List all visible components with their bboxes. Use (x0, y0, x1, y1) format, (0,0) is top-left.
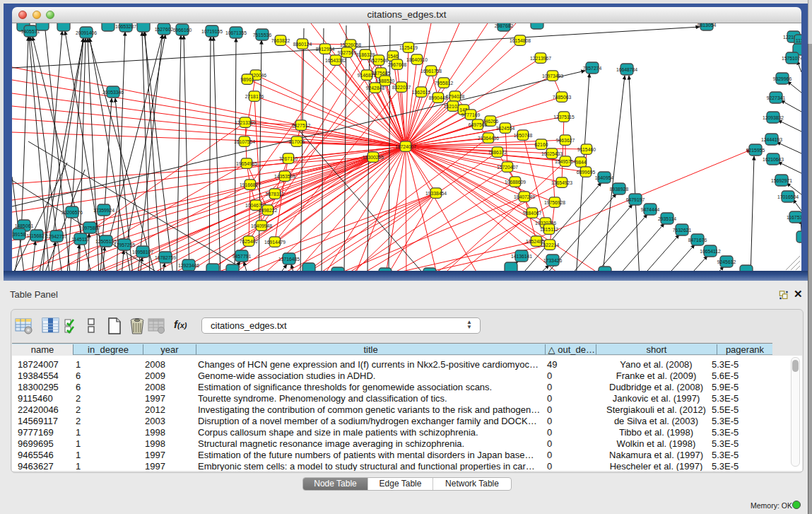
svg-text:18724007: 18724007 (395, 144, 416, 149)
svg-text:8990448: 8990448 (429, 95, 448, 100)
svg-text:7663822: 7663822 (271, 38, 290, 43)
svg-text:7485063: 7485063 (553, 95, 572, 100)
svg-text:19654985: 19654985 (236, 161, 257, 166)
svg-text:9527508: 9527508 (370, 58, 389, 63)
svg-text:98961: 98961 (241, 77, 254, 82)
svg-text:8471676: 8471676 (688, 238, 707, 243)
svg-text:9463627: 9463627 (556, 138, 575, 143)
svg-text:9844: 9844 (575, 160, 586, 165)
svg-text:16210643: 16210643 (763, 157, 784, 162)
svg-text:2935114: 2935114 (658, 216, 676, 221)
svg-text:8215955: 8215955 (746, 148, 765, 153)
svg-text:1522214: 1522214 (541, 243, 560, 247)
svg-text:39158: 39158 (13, 232, 26, 237)
svg-text:6479197: 6479197 (626, 197, 645, 202)
svg-text:7886372: 7886372 (488, 150, 507, 155)
svg-text:9427512: 9427512 (292, 123, 311, 128)
svg-text:16409948: 16409948 (251, 223, 272, 228)
svg-text:9227341: 9227341 (767, 95, 786, 100)
svg-text:2987682: 2987682 (495, 23, 514, 28)
svg-text:12444193: 12444193 (761, 137, 782, 142)
svg-text:13716485: 13716485 (278, 257, 300, 262)
svg-text:6794028: 6794028 (446, 94, 465, 99)
svg-text:11156827: 11156827 (26, 233, 47, 238)
svg-text:5878312: 5878312 (266, 192, 285, 197)
svg-text:12942757: 12942757 (46, 234, 67, 239)
svg-text:6966160: 6966160 (173, 28, 192, 33)
svg-text:18300295: 18300295 (363, 155, 384, 160)
svg-text:10958107: 10958107 (132, 250, 153, 255)
svg-text:20091406: 20091406 (76, 30, 97, 35)
svg-text:10654112: 10654112 (700, 249, 721, 254)
svg-text:10975887: 10975887 (79, 226, 100, 230)
svg-text:7625402: 7625402 (240, 239, 259, 244)
svg-text:2718176: 2718176 (245, 94, 264, 99)
svg-text:20053346: 20053346 (102, 90, 124, 95)
svg-text:16543382: 16543382 (325, 58, 346, 63)
svg-text:17359924: 17359924 (93, 208, 114, 213)
svg-text:3267110: 3267110 (279, 156, 298, 161)
svg-text:8938928: 8938928 (610, 187, 629, 192)
svg-text:8322037: 8322037 (392, 85, 411, 90)
svg-text:1362615: 1362615 (412, 90, 431, 95)
svg-text:12213369: 12213369 (235, 120, 256, 125)
svg-text:1815112: 1815112 (540, 227, 558, 232)
svg-text:15495754: 15495754 (555, 159, 576, 164)
svg-text:16914479: 16914479 (264, 240, 286, 245)
svg-text:12375115: 12375115 (553, 115, 575, 119)
svg-text:14353509: 14353509 (274, 174, 295, 179)
svg-text:10025433: 10025433 (541, 151, 563, 156)
svg-text:817006: 817006 (289, 139, 305, 144)
svg-text:10973493: 10973493 (542, 74, 563, 78)
svg-text:20206576: 20206576 (61, 210, 83, 215)
svg-text:7515536: 7515536 (253, 33, 272, 37)
svg-text:9329966: 9329966 (773, 76, 792, 81)
svg-text:1112: 1112 (796, 38, 801, 43)
svg-text:19338454: 19338454 (425, 191, 447, 196)
svg-text:19166827: 19166827 (240, 182, 261, 187)
svg-text:18640910: 18640910 (406, 57, 428, 62)
svg-text:16782759: 16782759 (155, 255, 176, 260)
svg-text:10653287: 10653287 (115, 24, 136, 29)
svg-text:9242848: 9242848 (366, 86, 385, 90)
svg-text:1145117: 1145117 (71, 237, 90, 242)
svg-text:12093832: 12093832 (763, 115, 784, 120)
svg-text:10688609: 10688609 (505, 180, 526, 185)
svg-text:9457791: 9457791 (233, 254, 252, 259)
svg-text:9115460: 9115460 (577, 147, 596, 152)
svg-text:9245612: 9245612 (717, 259, 736, 264)
svg-text:1640954: 1640954 (595, 175, 614, 180)
svg-text:8813054: 8813054 (698, 23, 717, 28)
svg-text:1733426: 1733426 (543, 258, 563, 263)
svg-text:7857274: 7857274 (583, 66, 602, 71)
svg-text:15226058: 15226058 (340, 42, 361, 47)
svg-text:1546: 1546 (387, 54, 398, 59)
svg-text:1485061: 1485061 (15, 223, 34, 228)
svg-text:12923446: 12923446 (178, 263, 199, 268)
svg-text:16107554: 16107554 (234, 139, 255, 144)
svg-text:62160: 62160 (535, 142, 548, 147)
svg-text:8860124: 8860124 (293, 42, 312, 47)
svg-text:8186328: 8186328 (356, 52, 375, 57)
svg-text:16961758: 16961758 (420, 69, 442, 74)
svg-text:16154808: 16154808 (510, 38, 531, 43)
svg-text:15720407: 15720407 (497, 165, 518, 170)
svg-text:1498222: 1498222 (259, 208, 278, 213)
svg-text:15692971: 15692971 (771, 178, 792, 183)
svg-text:3624554: 3624554 (496, 126, 515, 131)
svg-text:9327509: 9327509 (338, 50, 357, 55)
svg-text:8912954: 8912954 (316, 47, 335, 52)
svg-text:21364436: 21364436 (478, 136, 499, 141)
svg-text:2967608: 2967608 (388, 62, 407, 67)
svg-text:9777169: 9777169 (461, 112, 481, 117)
svg-text:18407249: 18407249 (514, 194, 535, 199)
svg-text:12213967: 12213967 (530, 56, 551, 61)
svg-text:17957255: 17957255 (114, 243, 135, 247)
svg-text:19756928: 19756928 (544, 200, 565, 205)
svg-text:7955812: 7955812 (435, 81, 454, 86)
svg-text:9146821: 9146821 (358, 73, 377, 78)
svg-text:16648784: 16648784 (616, 67, 637, 72)
svg-text:15751074: 15751074 (782, 56, 801, 61)
svg-text:1125419: 1125419 (399, 45, 418, 50)
svg-text:9884067: 9884067 (523, 211, 542, 216)
